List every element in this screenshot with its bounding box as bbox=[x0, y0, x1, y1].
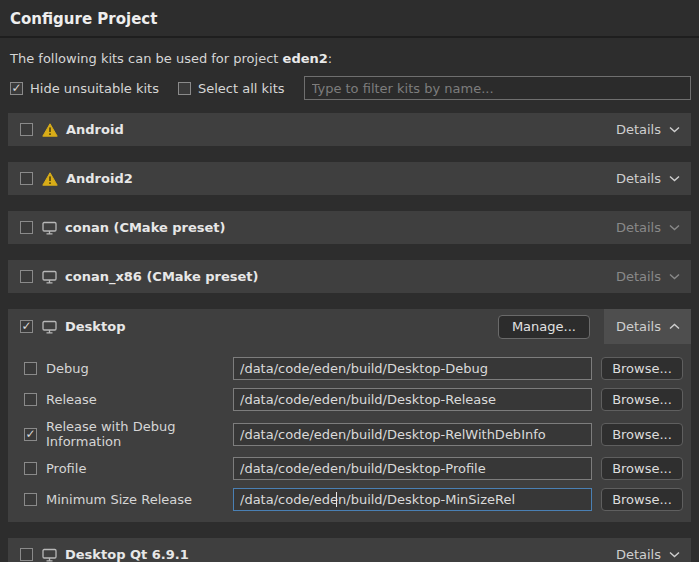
kit-name: Android2 bbox=[66, 171, 133, 186]
chevron-down-icon bbox=[669, 224, 680, 231]
warning-icon bbox=[42, 172, 58, 186]
kit-row-conan-x86: conan_x86 (CMake preset) Details bbox=[8, 260, 691, 293]
intro-text-before: The following kits can be used for proje… bbox=[10, 51, 283, 66]
hide-unsuitable-kits-checkbox[interactable] bbox=[10, 82, 23, 95]
browse-button[interactable]: Browse... bbox=[601, 457, 683, 480]
text-cursor bbox=[336, 492, 337, 507]
project-name: eden2 bbox=[283, 51, 328, 66]
config-row-minsizerel: Minimum Size Release Browse... bbox=[24, 488, 683, 511]
kit-checkbox[interactable] bbox=[20, 270, 33, 283]
kit-row-android: Android Details bbox=[8, 113, 691, 146]
config-row-profile: Profile Browse... bbox=[24, 457, 683, 480]
kit-filter-input[interactable] bbox=[304, 76, 691, 100]
config-row-release: Release Browse... bbox=[24, 388, 683, 411]
build-path-field-wrap bbox=[233, 423, 592, 446]
details-label: Details bbox=[616, 269, 661, 284]
hide-unsuitable-kits-checkbox-group[interactable]: Hide unsuitable kits bbox=[10, 81, 159, 96]
build-path-field-wrap bbox=[233, 388, 592, 411]
config-label: Release with Debug Information bbox=[46, 419, 233, 449]
details-label: Details bbox=[616, 171, 661, 186]
config-row-relwithdebinfo: Release with Debug Information Browse... bbox=[24, 419, 683, 449]
chevron-down-icon bbox=[669, 551, 680, 558]
desktop-icon bbox=[42, 320, 57, 334]
browse-button[interactable]: Browse... bbox=[601, 423, 683, 446]
chevron-down-icon bbox=[669, 126, 680, 133]
kit-header: Desktop Manage... Details bbox=[8, 309, 691, 344]
config-label: Profile bbox=[46, 461, 233, 476]
build-path-field-wrap bbox=[233, 357, 592, 380]
build-path-field-wrap bbox=[233, 457, 592, 480]
kit-header: conan_x86 (CMake preset) Details bbox=[8, 260, 691, 293]
select-all-kits-label: Select all kits bbox=[198, 81, 285, 96]
details-button[interactable]: Details bbox=[604, 162, 691, 195]
kit-checkbox[interactable] bbox=[20, 320, 33, 333]
config-checkbox[interactable] bbox=[24, 362, 37, 375]
details-button[interactable]: Details bbox=[604, 113, 691, 146]
config-label: Release bbox=[46, 392, 233, 407]
build-path-input[interactable] bbox=[233, 423, 592, 446]
kit-row-desktop-qt: Desktop Qt 6.9.1 Details bbox=[8, 538, 691, 562]
config-checkbox[interactable] bbox=[24, 493, 37, 506]
details-label: Details bbox=[616, 547, 661, 562]
desktop-icon bbox=[42, 221, 57, 235]
chevron-down-icon bbox=[669, 175, 680, 182]
details-label: Details bbox=[616, 220, 661, 235]
details-button[interactable]: Details bbox=[604, 538, 691, 562]
config-row-debug: Debug Browse... bbox=[24, 357, 683, 380]
desktop-icon bbox=[42, 548, 57, 562]
browse-button[interactable]: Browse... bbox=[601, 488, 683, 511]
kit-name: Android bbox=[66, 122, 124, 137]
kit-name: Desktop bbox=[65, 319, 125, 334]
select-all-kits-checkbox-group[interactable]: Select all kits bbox=[178, 81, 285, 96]
kit-checkbox[interactable] bbox=[20, 123, 33, 136]
config-checkbox[interactable] bbox=[24, 428, 37, 441]
intro-text: The following kits can be used for proje… bbox=[10, 51, 689, 66]
config-label: Debug bbox=[46, 361, 233, 376]
details-button[interactable]: Details bbox=[604, 211, 691, 244]
kit-row-desktop: Desktop Manage... Details Debug Browse..… bbox=[8, 309, 691, 522]
config-checkbox[interactable] bbox=[24, 462, 37, 475]
kit-row-android2: Android2 Details bbox=[8, 162, 691, 195]
kit-checkbox[interactable] bbox=[20, 221, 33, 234]
config-label: Minimum Size Release bbox=[46, 492, 233, 507]
config-checkbox[interactable] bbox=[24, 393, 37, 406]
kit-header: Desktop Qt 6.9.1 Details bbox=[8, 538, 691, 562]
chevron-down-icon bbox=[669, 273, 680, 280]
chevron-up-icon bbox=[669, 323, 680, 330]
details-button[interactable]: Details bbox=[604, 309, 691, 344]
select-all-kits-checkbox[interactable] bbox=[178, 82, 191, 95]
kit-checkbox[interactable] bbox=[20, 172, 33, 185]
hide-unsuitable-kits-label: Hide unsuitable kits bbox=[30, 81, 159, 96]
warning-icon bbox=[42, 123, 58, 137]
browse-button[interactable]: Browse... bbox=[601, 388, 683, 411]
browse-button[interactable]: Browse... bbox=[601, 357, 683, 380]
kit-name: Desktop Qt 6.9.1 bbox=[65, 547, 189, 562]
details-button[interactable]: Details bbox=[604, 260, 691, 293]
details-label: Details bbox=[616, 319, 661, 334]
build-path-input[interactable] bbox=[233, 488, 592, 511]
kit-header: Android2 Details bbox=[8, 162, 691, 195]
manage-button[interactable]: Manage... bbox=[498, 315, 590, 339]
details-label: Details bbox=[616, 122, 661, 137]
build-path-input[interactable] bbox=[233, 388, 592, 411]
build-path-field-wrap bbox=[233, 488, 592, 511]
build-path-input[interactable] bbox=[233, 357, 592, 380]
kit-name: conan (CMake preset) bbox=[65, 220, 226, 235]
kit-checkbox[interactable] bbox=[20, 548, 33, 561]
intro-text-after: : bbox=[328, 51, 332, 66]
kit-details-panel: Debug Browse... Release Browse... Releas… bbox=[8, 344, 691, 522]
kit-header: conan (CMake preset) Details bbox=[8, 211, 691, 244]
kit-row-conan: conan (CMake preset) Details bbox=[8, 211, 691, 244]
kit-header: Android Details bbox=[8, 113, 691, 146]
desktop-icon bbox=[42, 270, 57, 284]
kit-list: Android Details Android2 Details bbox=[8, 113, 691, 562]
page-title: Configure Project bbox=[0, 0, 699, 38]
kit-name: conan_x86 (CMake preset) bbox=[65, 269, 259, 284]
kit-filter-bar: Hide unsuitable kits Select all kits bbox=[10, 76, 691, 100]
build-path-input[interactable] bbox=[233, 457, 592, 480]
